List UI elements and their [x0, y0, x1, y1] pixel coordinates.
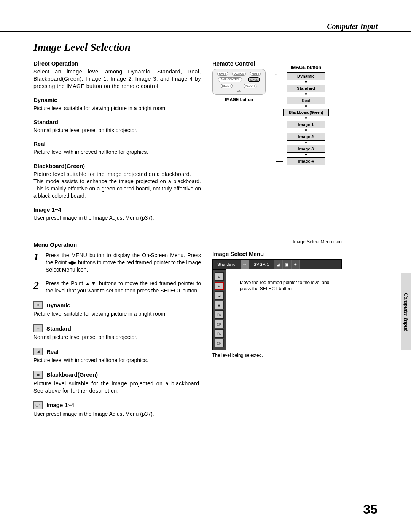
menu-heading: Menu Operation: [33, 241, 201, 248]
level-desc: Picture level suitable for viewing pictu…: [33, 105, 201, 112]
level-desc: Picture level with improved halftone for…: [33, 149, 201, 156]
side-tab: Computer Input: [401, 273, 411, 350]
remote-button-page: PAGE: [217, 72, 228, 76]
vmenu-item: ▢4: [215, 339, 224, 347]
flow-item: Image 4: [287, 157, 325, 165]
menu-item-label: Blackboard(Green): [46, 371, 98, 378]
vmenu-item: ◢: [215, 291, 224, 300]
vmenu-item: ▢3: [215, 329, 224, 338]
vmenu-item: ▢2: [215, 320, 224, 328]
menu-item: D Dynamic: [33, 301, 201, 309]
remote-button-alloff: ALL OFF: [244, 84, 257, 88]
menu-item-desc: Picture level suitable for the image pro…: [33, 380, 201, 395]
ism-heading: Image Select Menu: [212, 251, 342, 257]
level-desc: Normal picture level preset on this proj…: [33, 127, 201, 134]
level-desc: Picture level suitable for the image pro…: [33, 171, 201, 178]
real-icon: ◢: [33, 348, 43, 355]
step-number: 1: [33, 252, 46, 273]
flow-item: Image 3: [287, 145, 325, 153]
menu-item-label: Dynamic: [46, 302, 70, 308]
menu-item: ▣ Blackboard(Green): [33, 371, 201, 379]
flow-arrow-icon: ▼: [283, 141, 329, 145]
direct-heading: Direct Operation: [33, 60, 201, 67]
page-number: 35: [363, 502, 378, 517]
menu-item-desc: Picture level with improved halftone for…: [33, 357, 201, 364]
image-n-icon: ▢1: [33, 401, 43, 409]
vmenu-item: ▢1: [215, 310, 224, 319]
remote-illustration: PAGE D.ZOOM MUTE LAMP CONTROL IMAGE RESE…: [212, 69, 266, 95]
flow-item: Image 2: [287, 133, 325, 141]
flow-return-line: [276, 75, 283, 162]
flow-item: Blackboard(Green): [283, 109, 329, 116]
remote-button-lamp: LAMP CONTROL: [218, 77, 242, 82]
page-title: Image Level Selection: [33, 41, 131, 53]
level-name: Image 1~4: [33, 206, 201, 213]
remote-button-image: IMAGE: [248, 77, 260, 82]
flow-item: Dynamic: [287, 72, 325, 80]
vmenu-item: ▣: [215, 301, 224, 309]
side-tab-label: Computer Input: [403, 292, 409, 331]
menu-bar-icon: ✦: [292, 260, 300, 269]
direct-intro: Select an image level among Dynamic, Sta…: [33, 68, 201, 90]
menu-item: ▢1 Image 1~4: [33, 401, 201, 409]
flow-arrow-icon: ▼: [283, 129, 329, 133]
ism-caption-line: [311, 244, 311, 254]
level-name: Real: [33, 141, 201, 147]
level-desc2: This mode assists to enhance the image p…: [33, 178, 201, 200]
vmenu-item: D: [215, 272, 224, 281]
menu-item-label: Image 1~4: [46, 402, 74, 408]
flow-item: Real: [287, 97, 325, 104]
menu-bar-icon: ▣: [283, 260, 292, 269]
menu-bar-mode: SVGA 1: [249, 260, 275, 269]
flow-arrow-icon: ▼: [283, 93, 329, 96]
header-rule: [0, 31, 411, 32]
menu-item: ◢ Real: [33, 348, 201, 355]
flow-arrow-icon: ▼: [283, 117, 329, 120]
flow-title: IMAGE button: [283, 65, 329, 70]
dynamic-icon: D: [33, 301, 43, 309]
menu-item-desc: Normal picture level preset on this proj…: [33, 334, 201, 341]
menu-item-label: Standard: [46, 325, 71, 332]
selected-note: The level being selected.: [212, 353, 342, 358]
menu-bar-icon: ◢: [274, 260, 283, 269]
menu-bar-label: Standard: [213, 260, 241, 269]
standard-icon: ⇔: [33, 324, 43, 332]
menu-vertical: D ⇔ ◢ ▣ ▢1 ▢2 ▢3 ▢4: [212, 269, 226, 350]
menu-item-label: Real: [46, 348, 59, 355]
image-button-caption: IMAGE button: [212, 97, 266, 102]
flow-item: Standard: [287, 85, 325, 92]
step-number: 2: [33, 280, 46, 294]
remote-button-on: ON: [215, 89, 263, 92]
remote-button-mute: MUTE: [250, 72, 261, 76]
pointer-note: Move the red framed pointer to the level…: [240, 280, 331, 292]
menu-item: ⇔ Standard: [33, 324, 201, 332]
menu-item-desc: User preset image in the Image Adjust Me…: [33, 411, 201, 418]
flow-arrow-icon: ▼: [283, 105, 329, 109]
flow-arrow-icon: ▼: [283, 153, 329, 157]
flow-item: Image 1: [287, 121, 325, 128]
ism-icon-caption: Image Select Menu icon: [293, 239, 342, 244]
vmenu-item-selected: ⇔: [215, 282, 224, 290]
menu-item-desc: Picture level suitable for viewing pictu…: [33, 310, 201, 318]
menu-bar-icon: ⇔: [241, 260, 249, 269]
step-row: 1 Press the MENU button to display the O…: [33, 252, 201, 273]
step-text: Press the Point ▲▼ buttons to move the r…: [46, 280, 201, 294]
level-name: Blackboard(Green): [33, 163, 201, 169]
remote-button-dzoom: D.ZOOM: [232, 72, 246, 76]
section-header: Computer Input: [327, 22, 378, 31]
step-text: Press the MENU button to display the On-…: [46, 252, 201, 273]
menu-bar: Standard ⇔ SVGA 1 ◢ ▣ ✦: [212, 259, 342, 269]
pointer-line: [228, 283, 239, 283]
flow-arrow-icon: ▼: [283, 80, 329, 84]
level-name: Standard: [33, 119, 201, 125]
image-flow-diagram: IMAGE button Dynamic ▼ Standard ▼ Real ▼…: [283, 65, 329, 165]
remote-button-reset: RESET: [221, 84, 233, 88]
step-row: 2 Press the Point ▲▼ buttons to move the…: [33, 280, 201, 294]
level-name: Dynamic: [33, 97, 201, 103]
blackboard-icon: ▣: [33, 371, 43, 379]
level-desc: User preset image in the Image Adjust Me…: [33, 214, 201, 222]
